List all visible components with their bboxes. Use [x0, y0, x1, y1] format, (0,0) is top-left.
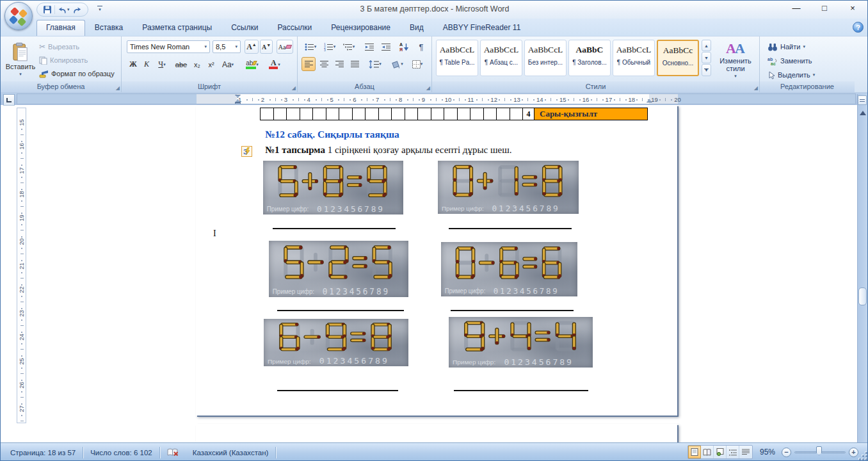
table-cell-empty[interactable]: [379, 108, 392, 120]
page-indicator[interactable]: Страница: 18 из 57: [3, 443, 83, 461]
table-cell-empty[interactable]: [313, 108, 326, 120]
undo-icon[interactable]: ▾: [58, 6, 70, 14]
font-dialog-launcher-icon[interactable]: ◢: [292, 86, 296, 91]
tab-selector-button[interactable]: [3, 94, 15, 106]
strikethrough-button[interactable]: abe: [173, 58, 189, 71]
qat-customize-button[interactable]: ▾: [95, 4, 104, 15]
clear-formatting-button[interactable]: Aa: [277, 40, 293, 54]
select-button[interactable]: Выделить▾: [768, 69, 815, 81]
align-right-button[interactable]: [332, 57, 346, 71]
vertical-scrollbar[interactable]: [857, 94, 868, 442]
matchstick-puzzle-image-4[interactable]: Пример цифр:0123456789: [441, 242, 577, 296]
shrink-font-button[interactable]: A▼: [260, 40, 273, 54]
font-size-combo[interactable]: 8,5▾: [213, 40, 241, 53]
tab-рассылки[interactable]: Рассылки: [268, 20, 321, 36]
copy-button[interactable]: Копировать: [39, 54, 88, 66]
tab-рецензирование[interactable]: Рецензирование: [321, 20, 400, 36]
underline-button[interactable]: Ч▾: [154, 58, 170, 71]
table-cell-empty[interactable]: [444, 108, 458, 120]
tab-abbyy-finereader-11[interactable]: ABBYY FineReader 11: [433, 20, 531, 36]
table-cell-empty[interactable]: [300, 108, 314, 120]
change-styles-button[interactable]: AA Изменить стили ▾: [714, 39, 757, 80]
line-spacing-button[interactable]: ▾: [366, 57, 385, 71]
minimize-button[interactable]: —: [787, 2, 806, 15]
matchstick-puzzle-image-2[interactable]: Пример цифр:0123456789: [438, 161, 579, 214]
autocorrect-smarttag[interactable]: З: [241, 146, 252, 157]
left-indent-marker[interactable]: [235, 102, 241, 104]
bold-button[interactable]: Ж: [127, 58, 140, 71]
align-left-button[interactable]: [301, 57, 316, 71]
spellcheck-status[interactable]: [160, 443, 186, 461]
justify-button[interactable]: [348, 57, 362, 71]
task-line[interactable]: №1 тапсырма 1 сіріңкені қозғау арқылы ес…: [265, 145, 511, 156]
align-center-button[interactable]: [317, 57, 331, 71]
tab-ссылки[interactable]: Ссылки: [221, 20, 268, 36]
increase-indent-button[interactable]: [378, 40, 394, 54]
style-gallery-more-button[interactable]: ▼: [702, 64, 711, 76]
vertical-ruler[interactable]: 15161718192021222324252627: [17, 108, 26, 423]
zoom-slider-handle[interactable]: [816, 446, 822, 455]
tab-вставка[interactable]: Вставка: [85, 20, 133, 36]
resize-grip[interactable]: [858, 451, 867, 460]
table-cell-empty[interactable]: [431, 108, 445, 120]
scroll-up-icon[interactable]: [860, 111, 866, 115]
close-button[interactable]: ×: [843, 2, 862, 15]
table-cell-empty[interactable]: [287, 108, 300, 120]
document-page[interactable]: 4Сары-қызғылт №12 сабақ. Сиқырлы таяқша …: [196, 105, 677, 416]
print-layout-view-button[interactable]: [688, 446, 701, 458]
decrease-indent-button[interactable]: [362, 40, 377, 54]
save-icon[interactable]: [43, 5, 52, 14]
paste-button[interactable]: Вставить ▾: [4, 39, 36, 80]
draft-view-button[interactable]: [739, 446, 752, 458]
sort-button[interactable]: АЯ: [396, 40, 412, 54]
matchstick-puzzle-image-6[interactable]: Пример цифр:0123456789: [449, 317, 593, 368]
bullets-button[interactable]: ▾: [301, 40, 319, 54]
clipboard-dialog-launcher-icon[interactable]: ◢: [116, 86, 120, 91]
help-icon[interactable]: ?: [853, 22, 864, 33]
table-cell-empty[interactable]: [392, 108, 405, 120]
table-cell-number[interactable]: 4: [523, 108, 534, 120]
tab-вид[interactable]: Вид: [400, 20, 433, 36]
tab-главная[interactable]: Главная: [36, 20, 85, 36]
cut-button[interactable]: ✂ Вырезать: [39, 41, 79, 53]
font-color-button[interactable]: A▾: [265, 58, 284, 71]
superscript-button[interactable]: x²: [205, 58, 218, 71]
matchstick-puzzle-image-1[interactable]: Пример цифр:0123456789: [263, 161, 403, 214]
multilevel-list-button[interactable]: ▾: [340, 40, 358, 54]
table-cell-empty[interactable]: [261, 108, 274, 120]
table-cell-empty[interactable]: [484, 108, 497, 120]
format-painter-button[interactable]: Формат по образцу: [39, 68, 115, 79]
table-cell-empty[interactable]: [405, 108, 419, 120]
table-cell-empty[interactable]: [326, 108, 340, 120]
zoom-level[interactable]: 95%: [760, 448, 775, 457]
styles-dialog-launcher-icon[interactable]: ◢: [754, 86, 758, 91]
redo-icon[interactable]: [72, 6, 82, 14]
style-gallery-up-button[interactable]: ▲: [702, 40, 711, 51]
document-page-next[interactable]: [196, 424, 677, 442]
table-cell-empty[interactable]: [510, 108, 524, 120]
change-case-button[interactable]: Aa▾: [219, 58, 237, 71]
style-chip-1[interactable]: AaBbCcL¶ Абзац с...: [480, 40, 522, 76]
matchstick-puzzle-image-3[interactable]: Пример цифр:0123456789: [269, 241, 408, 297]
style-chip-2[interactable]: AaBbCcLБез интер...: [524, 40, 567, 76]
table-cell-empty[interactable]: [274, 108, 287, 120]
shading-button[interactable]: ▾: [389, 57, 406, 71]
paragraph-dialog-launcher-icon[interactable]: ◢: [426, 86, 430, 91]
style-chip-3[interactable]: AaBbC¶ Заголов...: [568, 40, 611, 76]
table-row[interactable]: 4Сары-қызғылт: [260, 108, 648, 120]
style-chip-0[interactable]: AaBbCcL¶ Table Pa...: [436, 40, 478, 76]
borders-button[interactable]: ▾: [408, 57, 427, 71]
lesson-heading[interactable]: №12 сабақ. Сиқырлы таяқша: [265, 129, 399, 140]
subscript-button[interactable]: x₂: [191, 58, 204, 71]
table-cell-label[interactable]: Сары-қызғылт: [534, 108, 648, 120]
office-button[interactable]: [4, 2, 33, 30]
table-cell-empty[interactable]: [497, 108, 510, 120]
zoom-in-button[interactable]: +: [849, 448, 858, 457]
style-gallery-down-button[interactable]: ▼: [702, 52, 711, 63]
style-chip-4[interactable]: AaBbCcL¶ Обычный: [613, 40, 655, 76]
maximize-button[interactable]: □: [815, 2, 834, 15]
replace-button[interactable]: abac Заменить: [768, 55, 812, 67]
outline-view-button[interactable]: [727, 446, 739, 458]
scrollbar-thumb[interactable]: [858, 287, 867, 305]
grow-font-button[interactable]: A▲: [245, 40, 259, 54]
